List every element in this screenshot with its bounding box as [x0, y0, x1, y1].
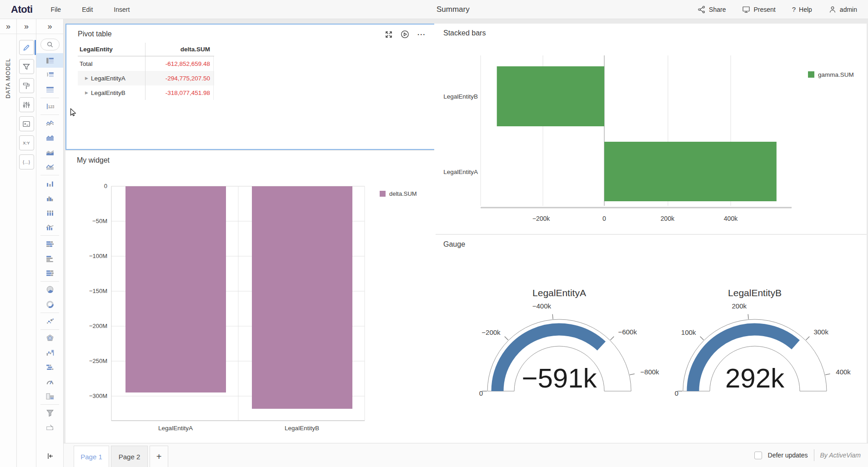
svg-text:300k: 300k: [813, 328, 828, 336]
gallery-item-area-line-chart[interactable]: [36, 159, 63, 174]
search-icon: [46, 41, 54, 48]
histogram-chart-icon: [46, 194, 54, 202]
gallery-item-radar-chart[interactable]: [36, 331, 63, 345]
collapse-panel-button[interactable]: [36, 452, 63, 461]
svg-text:LegalEntityA: LegalEntityA: [532, 288, 586, 298]
gallery-item-scatter-chart[interactable]: [36, 314, 63, 328]
gallery-item-kpi-number[interactable]: 123: [36, 99, 63, 114]
legend-swatch[interactable]: [380, 191, 386, 197]
expand-row-icon[interactable]: ▶: [85, 90, 88, 95]
tab-page-2[interactable]: Page 2: [111, 446, 148, 467]
admin-button[interactable]: admin: [828, 5, 857, 14]
widget-title: Pivot table: [78, 30, 112, 38]
play-query-icon[interactable]: [401, 30, 409, 39]
gallery-item-area-chart[interactable]: [36, 130, 63, 145]
more-options-icon[interactable]: ⋯: [417, 30, 426, 39]
bar-LegalEntityB[interactable]: [252, 186, 352, 409]
bar-LegalEntityB[interactable]: [497, 66, 604, 126]
gallery-item-funnel-big[interactable]: [36, 406, 63, 420]
menu-file[interactable]: File: [51, 6, 61, 13]
svg-text:−200k: −200k: [532, 215, 551, 222]
expand-row-icon[interactable]: ▶: [85, 76, 88, 80]
workspace: » DATA MODEL » X:Y{…} » 123 Pivot table …: [0, 19, 868, 467]
gallery-item-table[interactable]: [36, 82, 63, 97]
tool-context-values[interactable]: X:Y: [19, 135, 34, 150]
gallery-item-stacked-column-chart[interactable]: [36, 205, 63, 220]
expand-tools-panel[interactable]: »: [17, 19, 36, 34]
widget-stacked-bars[interactable]: Stacked bars −200k0200k400kLegalEntityBL…: [434, 24, 867, 234]
svg-text:LegalEntityB: LegalEntityB: [443, 93, 478, 100]
separator: [40, 98, 59, 98]
gallery-item-waterfall-chart[interactable]: [36, 345, 63, 360]
widget-gauge[interactable]: Gauge LegalEntityA0−200k−400k−600k−800k−…: [434, 235, 867, 443]
gallery-item-hbar-chart[interactable]: [36, 251, 63, 266]
defer-updates-checkbox[interactable]: [754, 452, 762, 459]
gallery-item-line-chart[interactable]: [36, 116, 63, 130]
gallery-item-histogram-chart[interactable]: [36, 191, 63, 205]
kpi-number-icon: 123: [46, 102, 54, 110]
widget-title: My widget: [77, 156, 110, 164]
tool-filter-funnel[interactable]: [19, 59, 34, 74]
table-row[interactable]: Total-612,852,659.48: [78, 56, 214, 71]
table-row[interactable]: ▶LegalEntityB-318,077,451.98: [78, 85, 214, 100]
scatter-chart-icon: [46, 317, 54, 325]
hstacked-bar-chart-icon: [46, 269, 54, 277]
gallery-item-tree-table[interactable]: [36, 68, 63, 82]
expand-widget-icon[interactable]: [385, 30, 393, 39]
chevron-right-icon: »: [6, 22, 10, 30]
separator: [40, 404, 59, 405]
row-value: -318,077,451.98: [145, 85, 214, 100]
bar-LegalEntityA[interactable]: [604, 142, 777, 201]
tree-table-icon: [46, 71, 54, 79]
tool-style-roller[interactable]: [19, 78, 34, 93]
gallery-item-hbar-stacked-chart[interactable]: [36, 237, 63, 251]
svg-text:0: 0: [602, 215, 606, 222]
gallery-item-donut-chart[interactable]: [36, 297, 63, 312]
filter-funnel-icon: [22, 62, 31, 71]
gallery-item-combo-chart[interactable]: [36, 220, 63, 234]
style-roller-icon: [22, 81, 31, 90]
svg-text:−200M: −200M: [89, 323, 107, 329]
present-icon: [742, 5, 750, 14]
tool-settings-sliders[interactable]: [19, 97, 34, 112]
widget-gallery-rail: » 123: [36, 19, 64, 467]
tab-page-1[interactable]: Page 1: [74, 446, 109, 467]
add-page-button[interactable]: +: [150, 446, 168, 467]
help-button[interactable]: ?Help: [792, 5, 812, 13]
table-row[interactable]: ▶LegalEntityA-294,775,207.50: [78, 71, 214, 85]
expand-widget-panel[interactable]: »: [36, 19, 63, 34]
expand-data-model-panel[interactable]: »: [0, 19, 16, 34]
gallery-item-stacked-area-chart[interactable]: [36, 145, 63, 159]
gallery-item-pie-chart[interactable]: [36, 283, 63, 297]
menu-bar: File Edit Insert: [51, 6, 130, 13]
widget-my-widget[interactable]: My widget 0−50M−100M−150M−200M−250M−300M…: [65, 151, 436, 443]
gallery-item-gantt-chart[interactable]: [36, 360, 63, 374]
area-chart-icon: [46, 134, 54, 142]
tool-state-editor[interactable]: {…}: [19, 154, 34, 169]
collapse-left-icon: [45, 452, 55, 461]
gallery-item-slide-shape[interactable]: [36, 420, 63, 435]
legend-swatch[interactable]: [808, 71, 814, 78]
widget-search-button[interactable]: [40, 39, 60, 50]
widget-pivot-table[interactable]: Pivot table ⋯ LegalEntitydelta.SUMTotal-…: [65, 24, 436, 150]
gallery-item-layout-chart[interactable]: [36, 389, 63, 403]
gallery-item-column-chart[interactable]: [36, 176, 63, 191]
present-button[interactable]: Present: [742, 5, 775, 14]
column-header-legalentity[interactable]: LegalEntity: [78, 46, 145, 53]
gallery-item-gauge-chart[interactable]: [36, 374, 63, 389]
svg-text:gamma.SUM: gamma.SUM: [818, 71, 854, 78]
widget-title: Gauge: [443, 240, 465, 248]
column-header-deltasum[interactable]: delta.SUM: [145, 43, 214, 56]
gallery-item-pivot-table[interactable]: [36, 53, 63, 68]
selected-tool-indicator: [35, 40, 36, 55]
svg-text:−150M: −150M: [89, 288, 107, 294]
gallery-item-hstacked-bar-chart[interactable]: [36, 266, 63, 280]
menu-insert[interactable]: Insert: [114, 6, 130, 13]
page-tab-bar: Page 1 Page 2 + Defer updates By ActiveV…: [64, 443, 868, 467]
svg-text:100k: 100k: [681, 328, 696, 336]
share-button[interactable]: Share: [697, 5, 726, 14]
bar-LegalEntityA[interactable]: [125, 186, 226, 392]
menu-edit[interactable]: Edit: [82, 6, 93, 13]
tool-edit-pencil[interactable]: [19, 40, 34, 55]
tool-console-terminal[interactable]: [19, 116, 34, 131]
